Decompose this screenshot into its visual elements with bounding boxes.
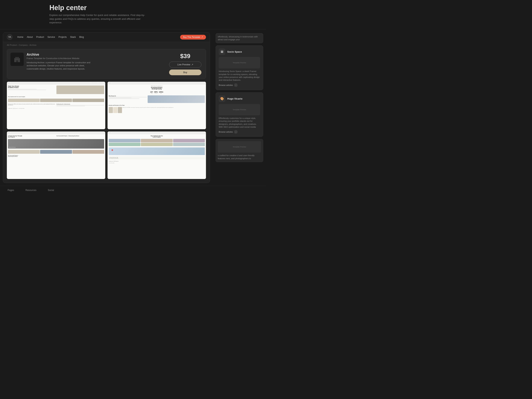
- help-center-title: Help center: [49, 4, 258, 12]
- footer: Pages Resources Social: [0, 186, 266, 194]
- hugo-vicario-header: 🎨 Hugo Vicario: [219, 95, 260, 102]
- nav-link-blog[interactable]: Blog: [79, 36, 84, 38]
- nav-link-home[interactable]: Home: [17, 36, 23, 38]
- hugo-vicario-card: 🎨 Hugo Vicario Template Preview Effortle…: [216, 92, 263, 137]
- product-info-card: Archive Framer Template for Construction…: [7, 49, 206, 79]
- help-banner: Help center Explore our comprehensive He…: [0, 0, 266, 29]
- browse-arrow-icon-2: →: [234, 130, 238, 134]
- product-name: Archive: [27, 53, 93, 57]
- product-thumbnail: [10, 53, 24, 66]
- breadcrumb: All Product - Company - Archive: [3, 42, 210, 48]
- inner-nav: YA Home About Product Service Projects S…: [3, 32, 210, 42]
- nav-link-about[interactable]: About: [27, 36, 33, 38]
- third-card-preview: Template Preview: [218, 141, 261, 152]
- socio-space-title: Socio Space: [227, 50, 242, 53]
- product-price: $39: [180, 53, 190, 60]
- preview-card-3[interactable]: A Visual Journey ThroughOur Projects Our…: [7, 132, 105, 179]
- help-center-description: Explore our comprehensive Help Center fo…: [49, 13, 148, 25]
- svg-rect-1: [15, 57, 19, 59]
- content-area: YA Home About Product Service Projects S…: [0, 29, 213, 186]
- product-details: Archive Framer Template for Construction…: [27, 53, 93, 75]
- breadcrumb-part-3[interactable]: Archive: [29, 44, 37, 46]
- hugo-vicario-title: Hugo Vicario: [227, 97, 242, 100]
- preview-card-4[interactable]: Stay Updated with OurLatest Insights: [108, 132, 206, 179]
- nav-link-service[interactable]: Service: [48, 36, 55, 38]
- nav-links: Home About Product Service Projects Stac…: [17, 36, 180, 38]
- main-layout: YA Home About Product Service Projects S…: [0, 29, 266, 186]
- hugo-vicario-description: Effortlessly customize for a unique styl…: [219, 117, 260, 129]
- socio-space-browse[interactable]: Browse articles →: [219, 83, 260, 87]
- product-page: YA Home About Product Service Projects S…: [3, 32, 210, 183]
- hugo-vicario-browse[interactable]: Browse articles →: [219, 130, 260, 134]
- product-subtitle: Framer Template for Construction & Archi…: [27, 57, 93, 59]
- sidebar-text-1: effortlessly, showcasing in testimonials…: [218, 35, 261, 41]
- hugo-vicario-icon: 🎨: [219, 95, 225, 102]
- live-preview-button[interactable]: Live Preview ↗: [169, 62, 201, 68]
- svg-rect-2: [16, 60, 18, 62]
- arrow-icon: ↗: [201, 36, 203, 38]
- product-description: Introducing Archive: a premium Framer te…: [27, 61, 93, 70]
- footer-pages-label: Pages: [8, 189, 14, 191]
- socio-space-description: Introducing Socio Space: a sleek Framer …: [219, 70, 260, 82]
- footer-resources-label: Resources: [25, 189, 36, 191]
- nav-link-product[interactable]: Product: [36, 36, 44, 38]
- nav-link-projects[interactable]: Projects: [58, 36, 67, 38]
- footer-social-label: Social: [48, 189, 54, 191]
- external-link-icon: ↗: [191, 63, 193, 66]
- product-left: Archive Framer Template for Construction…: [10, 53, 164, 75]
- socio-space-preview: Template Preview: [219, 57, 260, 68]
- breadcrumb-part-1[interactable]: All Product: [7, 44, 17, 46]
- socio-space-icon: 🏛: [219, 48, 225, 55]
- browse-arrow-icon: →: [234, 83, 238, 87]
- sidebar-text-3: s crafted for creative d and user-friend…: [218, 154, 261, 160]
- hugo-vicario-preview: Template Preview: [219, 104, 260, 115]
- preview-card-1[interactable]: State Your Dreamto Build a Future Stay U…: [7, 82, 105, 129]
- buy-button[interactable]: Buy: [169, 70, 201, 75]
- preview-card-2[interactable]: More Than 10+ Experience Archiving Dream…: [108, 82, 206, 129]
- breadcrumb-part-2[interactable]: Company: [19, 44, 28, 46]
- footer-col-resources: Resources: [25, 189, 36, 191]
- right-sidebar: effortlessly, showcasing in testimonials…: [213, 29, 266, 186]
- socio-space-card: 🏛 Socio Space Template Preview Introduci…: [216, 45, 263, 90]
- footer-col-social: Social: [48, 189, 54, 191]
- footer-col-pages: Pages: [8, 189, 14, 191]
- product-right: $39 Live Preview ↗ Buy: [168, 53, 202, 75]
- previews-grid: State Your Dreamto Build a Future Stay U…: [7, 82, 206, 179]
- socio-space-header: 🏛 Socio Space: [219, 48, 260, 55]
- nav-logo[interactable]: YA: [7, 34, 13, 40]
- nav-link-stack[interactable]: Stack: [70, 36, 76, 38]
- buy-template-button[interactable]: Buy This Template ↗: [180, 35, 206, 39]
